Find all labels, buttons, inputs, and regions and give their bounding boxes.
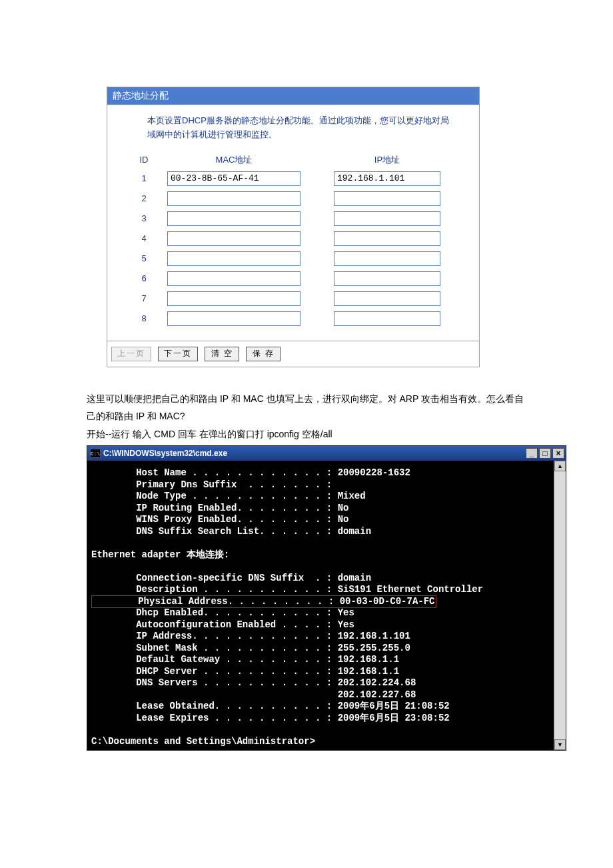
paragraph-2: 开始--运行 输入 CMD 回车 在弹出的窗口打 ipconfig 空格/all <box>87 425 526 443</box>
row-id: 2 <box>121 193 167 203</box>
cmd-window: C:\ C:\WINDOWS\system32\cmd.exe _ □ × Ho… <box>87 445 566 751</box>
prev-page-button: 上一页 <box>111 347 151 361</box>
row-id: 4 <box>121 233 167 243</box>
table-row: 5 <box>121 251 466 266</box>
row-id: 5 <box>121 253 167 263</box>
line-connsuffix: Connection-specific DNS Suffix . : domai… <box>91 573 371 583</box>
scroll-down-button[interactable]: ▼ <box>554 739 566 750</box>
line-leaseobtained: Lease Obtained. . . . . . . . . . : 2009… <box>91 701 450 711</box>
ip-input[interactable] <box>334 211 440 226</box>
line-dns2: 202.102.227.68 <box>91 689 416 700</box>
ip-input[interactable] <box>334 311 440 326</box>
scroll-up-button[interactable]: ▲ <box>554 461 566 471</box>
ip-input[interactable] <box>334 291 440 306</box>
ip-input[interactable] <box>334 251 440 266</box>
line-leaseexpires: Lease Expires . . . . . . . . . . : 2009… <box>91 713 450 723</box>
mac-input[interactable] <box>167 271 301 286</box>
scroll-track[interactable] <box>554 471 566 739</box>
mac-input[interactable] <box>167 231 301 246</box>
table-row: 7 <box>121 291 466 306</box>
mac-input[interactable] <box>167 171 301 186</box>
row-id: 1 <box>121 173 167 183</box>
next-page-button[interactable]: 下一页 <box>158 347 198 361</box>
table-row: 1 <box>121 171 466 186</box>
clear-button[interactable]: 清 空 <box>205 347 239 361</box>
mac-input[interactable] <box>167 191 301 206</box>
row-id: 7 <box>121 293 167 303</box>
row-id: 6 <box>121 273 167 283</box>
panel-footer: 上一页 下一页 清 空 保 存 <box>107 341 479 367</box>
line-adapter-header: Ethernet adapter 本地连接: <box>91 549 229 560</box>
minimize-button[interactable]: _ <box>526 448 538 459</box>
line-winsproxy: WINS Proxy Enabled. . . . . . . . : No <box>91 514 348 525</box>
row-id: 3 <box>121 213 167 223</box>
table-row: 4 <box>121 231 466 246</box>
panel-description: 本页设置DHCP服务器的静态地址分配功能。通过此项功能，您可以更好地对局域网中的… <box>147 114 451 142</box>
ip-input[interactable] <box>334 271 440 286</box>
line-dnssuffix: Primary Dns Suffix . . . . . . . : <box>91 479 332 490</box>
line-dhcp: Dhcp Enabled. . . . . . . . . . . : Yes <box>91 607 354 618</box>
table-row: 6 <box>121 271 466 286</box>
static-address-panel: 静态地址分配 本页设置DHCP服务器的静态地址分配功能。通过此项功能，您可以更好… <box>107 87 480 367</box>
line-dnslist: DNS Suffix Search List. . . . . . : doma… <box>91 526 371 537</box>
address-table: ID MAC地址 IP地址 1 2 3 <box>121 154 466 326</box>
scrollbar[interactable]: ▲ ▼ <box>554 461 566 750</box>
table-row: 3 <box>121 211 466 226</box>
mac-input[interactable] <box>167 291 301 306</box>
line-subnet: Subnet Mask . . . . . . . . . . . : 255.… <box>91 643 410 653</box>
save-button[interactable]: 保 存 <box>246 347 281 361</box>
line-gateway: Default Gateway . . . . . . . . . : 192.… <box>91 654 399 665</box>
line-ipaddress: IP Address. . . . . . . . . . . . : 192.… <box>91 631 410 641</box>
table-row: 8 <box>121 311 466 326</box>
line-dhcpserver: DHCP Server . . . . . . . . . . . : 192.… <box>91 666 399 677</box>
ip-column-header: IP地址 <box>334 154 440 166</box>
terminal-output: Host Name . . . . . . . . . . . . : 2009… <box>87 461 554 750</box>
cmd-titlebar: C:\ C:\WINDOWS\system32\cmd.exe _ □ × <box>87 446 566 461</box>
line-nodetype: Node Type . . . . . . . . . . . . : Mixe… <box>91 491 366 501</box>
maximize-button[interactable]: □ <box>539 448 551 459</box>
id-column-header: ID <box>121 155 167 165</box>
line-prompt: C:\Documents and Settings\Administrator> <box>91 736 315 747</box>
ip-input[interactable] <box>334 231 440 246</box>
mac-input[interactable] <box>167 251 301 266</box>
cmd-title: C:\WINDOWS\system32\cmd.exe <box>103 449 526 458</box>
mac-input[interactable] <box>167 211 301 226</box>
cmd-icon: C:\ <box>90 449 101 458</box>
ip-input[interactable] <box>334 191 440 206</box>
explanation-text: 这里可以顺便把把自己的和路由 IP 和 MAC 也填写上去，进行双向绑定。对 A… <box>87 390 526 443</box>
line-hostname: Host Name . . . . . . . . . . . . : 2009… <box>91 467 410 478</box>
row-id: 8 <box>121 313 167 323</box>
close-button[interactable]: × <box>552 448 564 459</box>
line-physical-address-highlighted: Physical Address. . . . . . . . . : 00-0… <box>91 595 436 609</box>
mac-input[interactable] <box>167 311 301 326</box>
line-autoconf: Autoconfiguration Enabled . . . . : Yes <box>91 619 354 630</box>
panel-title: 静态地址分配 <box>107 87 479 105</box>
ip-input[interactable] <box>334 171 440 186</box>
line-description: Description . . . . . . . . . . . : SiS1… <box>91 584 483 595</box>
paragraph-1: 这里可以顺便把把自己的和路由 IP 和 MAC 也填写上去，进行双向绑定。对 A… <box>87 390 526 425</box>
table-header: ID MAC地址 IP地址 <box>121 154 466 166</box>
line-dns1: DNS Servers . . . . . . . . . . . : 202.… <box>91 677 416 688</box>
mac-column-header: MAC地址 <box>167 154 301 166</box>
line-iprouting: IP Routing Enabled. . . . . . . . : No <box>91 503 348 513</box>
table-row: 2 <box>121 191 466 206</box>
